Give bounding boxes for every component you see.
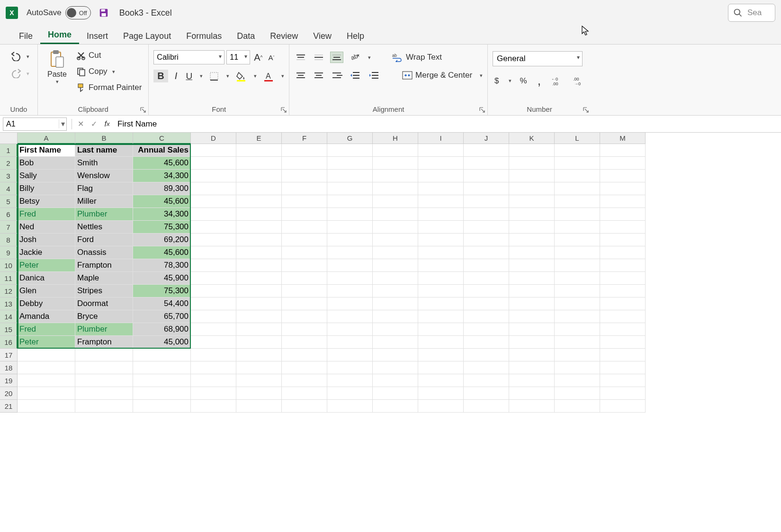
- cell-E18[interactable]: [236, 361, 282, 374]
- cell-G16[interactable]: [327, 336, 373, 349]
- cell-F6[interactable]: [282, 208, 327, 221]
- cell-D6[interactable]: [191, 208, 236, 221]
- cell-D18[interactable]: [191, 361, 236, 374]
- cell-I2[interactable]: [418, 157, 464, 170]
- cell-B2[interactable]: Smith: [75, 157, 133, 170]
- cell-M6[interactable]: [600, 208, 646, 221]
- column-header-B[interactable]: B: [75, 133, 133, 144]
- align-center-button[interactable]: [312, 70, 325, 81]
- column-header-A[interactable]: A: [18, 133, 75, 144]
- cell-F8[interactable]: [282, 234, 327, 246]
- cell-A15[interactable]: Fred: [18, 323, 75, 336]
- cell-D4[interactable]: [191, 182, 236, 195]
- cell-J14[interactable]: [464, 310, 509, 323]
- cell-I15[interactable]: [418, 323, 464, 336]
- fill-color-button[interactable]: [234, 70, 248, 83]
- cell-K4[interactable]: [509, 182, 555, 195]
- cell-C17[interactable]: [133, 349, 191, 361]
- cell-D14[interactable]: [191, 310, 236, 323]
- cell-K10[interactable]: [509, 259, 555, 272]
- cell-G19[interactable]: [327, 374, 373, 387]
- name-box-dropdown[interactable]: ▾: [59, 119, 66, 128]
- cell-L19[interactable]: [555, 374, 600, 387]
- cell-M16[interactable]: [600, 336, 646, 349]
- cell-L17[interactable]: [555, 349, 600, 361]
- cell-K17[interactable]: [509, 349, 555, 361]
- cell-K3[interactable]: [509, 170, 555, 182]
- cell-C14[interactable]: 65,700: [133, 310, 191, 323]
- cell-C5[interactable]: 45,600: [133, 195, 191, 208]
- cell-L16[interactable]: [555, 336, 600, 349]
- percent-button[interactable]: %: [518, 75, 529, 87]
- cell-G5[interactable]: [327, 195, 373, 208]
- cell-E20[interactable]: [236, 387, 282, 400]
- cell-E14[interactable]: [236, 310, 282, 323]
- tab-data[interactable]: Data: [229, 28, 262, 44]
- cell-G1[interactable]: [327, 144, 373, 157]
- cancel-formula-icon[interactable]: ✕: [75, 119, 86, 129]
- tab-review[interactable]: Review: [262, 28, 305, 44]
- cell-G11[interactable]: [327, 272, 373, 285]
- cell-A7[interactable]: Ned: [18, 221, 75, 234]
- cell-E10[interactable]: [236, 259, 282, 272]
- cell-G21[interactable]: [327, 400, 373, 413]
- cell-J10[interactable]: [464, 259, 509, 272]
- cell-K16[interactable]: [509, 336, 555, 349]
- cell-H1[interactable]: [373, 144, 418, 157]
- cell-H8[interactable]: [373, 234, 418, 246]
- cell-C6[interactable]: 34,300: [133, 208, 191, 221]
- cell-L20[interactable]: [555, 387, 600, 400]
- align-bottom-button[interactable]: [330, 52, 343, 63]
- cell-M7[interactable]: [600, 221, 646, 234]
- cell-I3[interactable]: [418, 170, 464, 182]
- cell-D7[interactable]: [191, 221, 236, 234]
- cell-I12[interactable]: [418, 285, 464, 298]
- cell-E8[interactable]: [236, 234, 282, 246]
- cell-A5[interactable]: Betsy: [18, 195, 75, 208]
- cell-G17[interactable]: [327, 349, 373, 361]
- cell-L5[interactable]: [555, 195, 600, 208]
- cell-L7[interactable]: [555, 221, 600, 234]
- cell-B17[interactable]: [75, 349, 133, 361]
- cell-M9[interactable]: [600, 246, 646, 259]
- cell-K14[interactable]: [509, 310, 555, 323]
- row-header-6[interactable]: 6: [0, 208, 18, 221]
- align-left-button[interactable]: [294, 70, 307, 81]
- cell-M21[interactable]: [600, 400, 646, 413]
- cell-I9[interactable]: [418, 246, 464, 259]
- row-header-8[interactable]: 8: [0, 234, 18, 246]
- border-button[interactable]: [207, 70, 221, 82]
- row-header-21[interactable]: 21: [0, 400, 18, 413]
- accounting-format-button[interactable]: $: [493, 75, 501, 87]
- cell-A9[interactable]: Jackie: [18, 246, 75, 259]
- align-top-button[interactable]: [294, 52, 307, 63]
- cell-H13[interactable]: [373, 298, 418, 310]
- row-header-20[interactable]: 20: [0, 387, 18, 400]
- cell-C15[interactable]: 68,900: [133, 323, 191, 336]
- cell-K2[interactable]: [509, 157, 555, 170]
- row-header-4[interactable]: 4: [0, 182, 18, 195]
- cell-D19[interactable]: [191, 374, 236, 387]
- cell-L9[interactable]: [555, 246, 600, 259]
- cell-K21[interactable]: [509, 400, 555, 413]
- cell-B5[interactable]: Miller: [75, 195, 133, 208]
- cell-L1[interactable]: [555, 144, 600, 157]
- cell-E15[interactable]: [236, 323, 282, 336]
- copy-button[interactable]: Copy▾: [74, 65, 144, 78]
- cell-C4[interactable]: 89,300: [133, 182, 191, 195]
- cell-H3[interactable]: [373, 170, 418, 182]
- enter-formula-icon[interactable]: ✓: [89, 119, 99, 129]
- cell-M17[interactable]: [600, 349, 646, 361]
- undo-button[interactable]: [9, 50, 24, 63]
- redo-dropdown[interactable]: ▾: [27, 71, 29, 77]
- cell-H21[interactable]: [373, 400, 418, 413]
- row-header-2[interactable]: 2: [0, 157, 18, 170]
- cell-F2[interactable]: [282, 157, 327, 170]
- italic-button[interactable]: I: [173, 69, 180, 83]
- cell-M14[interactable]: [600, 310, 646, 323]
- font-color-dropdown[interactable]: ▾: [281, 73, 284, 79]
- cell-H14[interactable]: [373, 310, 418, 323]
- cell-L3[interactable]: [555, 170, 600, 182]
- cell-I5[interactable]: [418, 195, 464, 208]
- cell-I16[interactable]: [418, 336, 464, 349]
